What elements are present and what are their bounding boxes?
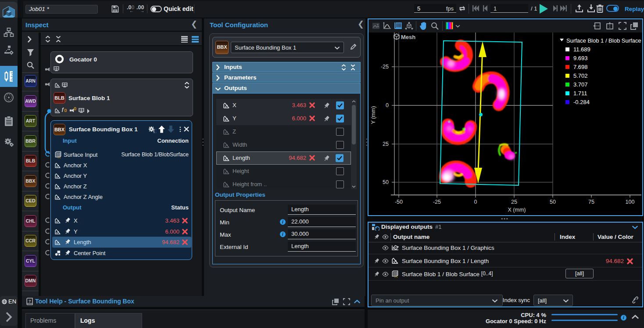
svg-text:-50: -50 xyxy=(395,199,403,205)
svg-text:5.702: 5.702 xyxy=(573,72,588,79)
svg-text:?: ? xyxy=(29,299,31,303)
svg-text:100: 100 xyxy=(626,199,635,205)
svg-text:-0.284: -0.284 xyxy=(573,99,590,105)
svg-text:25: 25 xyxy=(511,199,517,205)
svg-text:Y (mm): Y (mm) xyxy=(370,106,376,124)
svg-text:50: 50 xyxy=(550,199,556,205)
svg-text:-25: -25 xyxy=(381,64,389,70)
svg-text:-25: -25 xyxy=(433,199,441,205)
svg-text:0: 0 xyxy=(474,199,477,205)
svg-text:11.689: 11.689 xyxy=(573,46,590,53)
svg-text:0: 0 xyxy=(386,102,389,108)
svg-text:X (mm): X (mm) xyxy=(508,207,526,213)
svg-text:Surface Blob 1 / Blob Surface: Surface Blob 1 / Blob Surface xyxy=(566,37,641,44)
svg-text:25: 25 xyxy=(383,141,389,147)
svg-text:3.707: 3.707 xyxy=(573,81,588,88)
svg-text:75: 75 xyxy=(588,199,594,205)
svg-text:7.698: 7.698 xyxy=(573,64,588,70)
svg-text:1.711: 1.711 xyxy=(573,90,587,97)
svg-text:50: 50 xyxy=(383,179,389,185)
svg-text:Mesh: Mesh xyxy=(401,34,415,40)
svg-text:9.693: 9.693 xyxy=(573,55,588,61)
